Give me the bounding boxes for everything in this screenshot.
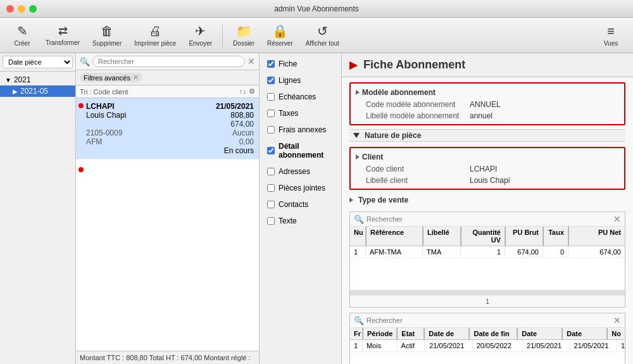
reserver-button[interactable]: 🔒 Réserver — [262, 21, 298, 49]
tree-item-2021-05[interactable]: ▶ 2021-05 — [0, 85, 75, 97]
table2-col-etat: Etat — [397, 328, 424, 339]
nav-taxes-checkbox[interactable] — [267, 110, 275, 117]
list-item-name-row: Louis Chapi 808,80 — [86, 111, 254, 120]
table1-empty-space — [350, 258, 625, 290]
nav-pieces-checkbox[interactable] — [267, 184, 275, 192]
maximize-button[interactable] — [29, 5, 37, 13]
nav-frais-checkbox[interactable] — [267, 126, 275, 134]
list-search-input[interactable] — [92, 56, 245, 67]
table2-cell-date4: 21/05/2021 — [570, 340, 617, 351]
sort-settings-icon[interactable]: ⚙ — [249, 87, 255, 96]
libelle-modele-label: Libellé modèle abonnement — [356, 111, 470, 120]
nav-contacts[interactable]: Contacts — [260, 196, 341, 213]
table1-row[interactable]: 1 AFM-TMA TMA 1 674,00 0 674,00 — [350, 246, 625, 258]
table1-cell-lib: TMA — [423, 246, 461, 258]
filter-clear[interactable]: ✕ — [133, 73, 139, 82]
creer-icon: ✎ — [17, 23, 28, 39]
table1-search-input[interactable] — [367, 215, 611, 223]
sort-bar: Tri : Code client ↑↓ ⚙ — [76, 85, 259, 98]
table1-search-bar: 🔍 ✕ — [350, 212, 625, 227]
table1-cell-pu: 674,00 — [505, 246, 543, 258]
nav-frais[interactable]: Frais annexes — [260, 122, 341, 138]
supprimer-button[interactable]: 🗑 Supprimer — [87, 22, 127, 49]
imprimer-button[interactable]: 🖨 Imprimer pièce — [129, 22, 181, 49]
tree-item-2021[interactable]: ▼ 2021 — [0, 74, 75, 85]
fiche-title-text: Fiche Abonnement — [363, 58, 465, 72]
filter-bar: Filtres avancés ✕ — [76, 70, 259, 85]
envoyer-button[interactable]: ✈ Envoyer — [184, 21, 217, 49]
filter-chip[interactable]: Filtres avancés ✕ — [80, 73, 142, 82]
nav-fiche-checkbox[interactable] — [267, 60, 275, 68]
client-section-box: Client Code client LCHAPI Libellé client… — [349, 147, 625, 190]
nature-section-header: Nature de pièce — [349, 129, 625, 142]
code-client-value: LCHAPI — [470, 165, 497, 173]
close-button[interactable] — [6, 5, 14, 13]
list-item-ref: 2105-0009 — [86, 129, 122, 137]
nature-section: Nature de pièce — [349, 129, 625, 142]
table1-search-clear[interactable]: ✕ — [613, 214, 621, 224]
table1-scrollbar[interactable] — [350, 290, 625, 295]
date-dropdown[interactable]: Date pièce — [3, 56, 73, 68]
status-dot-2 — [78, 167, 84, 172]
reserver-icon: 🔒 — [272, 23, 288, 39]
envoyer-icon: ✈ — [195, 23, 206, 39]
table2-cell-etat: Actif — [398, 340, 426, 351]
creer-button[interactable]: ✎ Créer — [6, 21, 38, 49]
table2-row[interactable]: 1 Mois Actif 21/05/2021 20/05/2022 21/05… — [350, 340, 625, 352]
table2-search-clear[interactable]: ✕ — [613, 315, 621, 325]
nav-adresses-label: Adresses — [279, 167, 310, 176]
nav-adresses[interactable]: Adresses — [260, 163, 341, 180]
transformer-button[interactable]: ⇄ Transformer — [41, 22, 85, 49]
main-content: Date pièce ▼ 2021 ▶ 2021-05 🔍 ✕ Filtres … — [0, 53, 633, 364]
list-search-bar: 🔍 ✕ — [76, 53, 259, 70]
vues-button[interactable]: ≡ Vues — [595, 22, 627, 49]
table2-search-icon: 🔍 — [354, 316, 364, 325]
libelle-modele-value: annuel — [470, 111, 492, 120]
toolbar-separator — [222, 24, 223, 47]
nav-texte[interactable]: Texte — [260, 213, 341, 229]
modele-section-header: Modèle abonnement — [356, 86, 619, 99]
nav-texte-checkbox[interactable] — [267, 217, 275, 225]
nav-detail-checkbox[interactable] — [267, 147, 275, 154]
nav-lignes-checkbox[interactable] — [267, 77, 275, 84]
fiche-title-arrow: ▶ — [349, 59, 357, 71]
code-client-row: Code client LCHAPI — [356, 163, 619, 175]
nav-fiche[interactable]: Fiche — [260, 56, 341, 72]
fiche-panel: ▶ Fiche Abonnement Modèle abonnement Cod… — [342, 53, 633, 364]
sort-asc-icon[interactable]: ↑↓ — [239, 87, 246, 96]
nav-taxes[interactable]: Taxes — [260, 105, 341, 122]
code-modele-row: Code modèle abonnement ANNUEL — [356, 99, 619, 110]
table2-search-input[interactable] — [367, 317, 611, 324]
window-controls — [6, 5, 37, 13]
nav-detail[interactable]: Détail abonnement — [260, 138, 341, 163]
tree-label-2021: 2021 — [14, 75, 31, 84]
nav-echeances[interactable]: Echéances — [260, 89, 341, 105]
supprimer-icon: 🗑 — [101, 24, 113, 39]
nav-adresses-checkbox[interactable] — [267, 168, 275, 175]
afficher-button[interactable]: ↺ Afficher tout — [301, 21, 344, 49]
libelle-client-value: Louis Chapi — [470, 176, 510, 185]
dossier-label: Dossier — [233, 40, 254, 47]
table1-search-icon: 🔍 — [354, 215, 364, 224]
dossier-button[interactable]: 📁 Dossier — [228, 21, 260, 49]
table1-col-qty: Quantité UV — [461, 227, 505, 246]
table1-col-nu: Nu — [350, 227, 366, 246]
nav-pieces[interactable]: Pièces jointes — [260, 180, 341, 196]
toolbar: ✎ Créer ⇄ Transformer 🗑 Supprimer 🖨 Impr… — [0, 18, 633, 53]
list-item-status-row: En cours — [86, 146, 254, 155]
list-item[interactable]: LCHAPI 21/05/2021 Louis Chapi 808,80 674… — [76, 98, 259, 160]
nav-echeances-checkbox[interactable] — [267, 93, 275, 101]
nav-lignes[interactable]: Lignes — [260, 72, 341, 89]
list-item-extra: Aucun — [232, 129, 254, 137]
tree-arrow-2021: ▼ — [5, 77, 11, 84]
minimize-button[interactable] — [18, 5, 25, 13]
nav-contacts-checkbox[interactable] — [267, 201, 275, 208]
tree-label-2021-05: 2021-05 — [20, 87, 48, 96]
code-client-label: Code client — [356, 165, 470, 173]
list-search-clear[interactable]: ✕ — [248, 56, 255, 66]
list-item-code: LCHAPI — [86, 102, 115, 111]
sort-controls: ↑↓ ⚙ — [239, 87, 255, 96]
list-item-amount1: 808,80 — [230, 111, 254, 120]
afficher-icon: ↺ — [317, 23, 328, 39]
table2-empty-space — [350, 352, 625, 364]
